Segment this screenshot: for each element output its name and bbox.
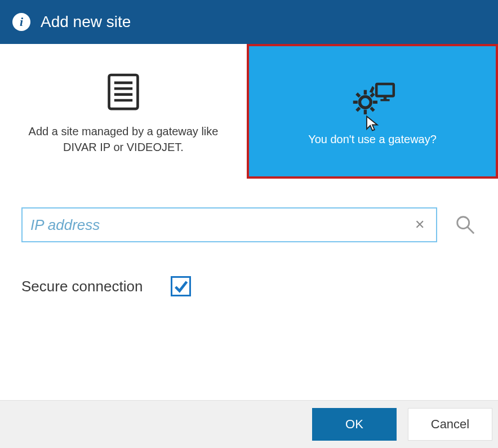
cancel-button[interactable]: Cancel xyxy=(408,408,492,441)
svg-line-15 xyxy=(371,108,374,110)
svg-rect-5 xyxy=(376,83,394,96)
svg-rect-6 xyxy=(384,96,386,99)
option-no-gateway[interactable]: You don't use a gateway? xyxy=(247,44,498,179)
ip-row: ✕ xyxy=(21,207,477,242)
ip-address-input[interactable] xyxy=(30,216,411,234)
svg-line-16 xyxy=(357,108,359,110)
svg-line-14 xyxy=(357,94,359,96)
option-gateway[interactable]: Add a site managed by a gateway like DIV… xyxy=(0,44,247,179)
info-icon: i xyxy=(12,13,30,31)
dialog-footer: OK Cancel xyxy=(0,400,498,448)
svg-point-18 xyxy=(457,217,469,229)
svg-line-17 xyxy=(371,94,374,96)
secure-row: Secure connection xyxy=(21,276,477,296)
svg-point-9 xyxy=(360,96,371,108)
ok-button[interactable]: OK xyxy=(312,408,397,441)
svg-marker-8 xyxy=(370,86,375,93)
option-gateway-label: Add a site managed by a gateway like DIV… xyxy=(17,123,230,155)
site-type-options: Add a site managed by a gateway like DIV… xyxy=(0,44,498,179)
clear-icon[interactable]: ✕ xyxy=(411,218,428,232)
server-icon xyxy=(98,68,149,116)
dialog-title: Add new site xyxy=(41,13,131,31)
svg-line-19 xyxy=(468,227,474,233)
option-no-gateway-label: You don't use a gateway? xyxy=(308,133,437,146)
secure-connection-checkbox[interactable] xyxy=(171,276,191,296)
gear-monitor-icon xyxy=(347,77,398,125)
secure-connection-label: Secure connection xyxy=(21,278,143,295)
titlebar: i Add new site xyxy=(0,0,498,44)
body-area: ✕ Secure connection xyxy=(0,179,498,400)
search-icon[interactable] xyxy=(454,214,477,236)
svg-rect-0 xyxy=(109,74,138,108)
ip-input-wrap: ✕ xyxy=(21,207,437,242)
